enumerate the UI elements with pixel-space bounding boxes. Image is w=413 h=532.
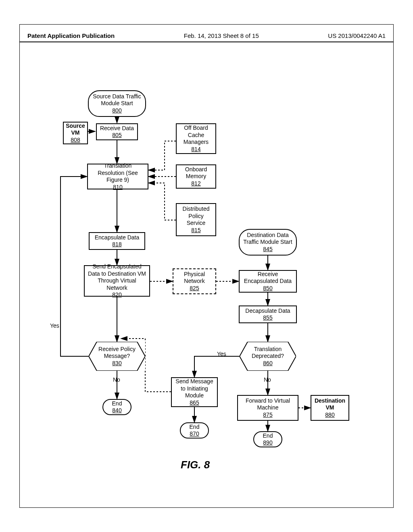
node-send-encap: Send Encapsulated Data to Destination VM…	[84, 265, 150, 297]
node-ref: 870	[190, 430, 199, 438]
header-left: Patent Application Publication	[27, 32, 115, 39]
node-dest-vm: Destination VM 880	[311, 395, 349, 421]
node-ref: 875	[263, 411, 272, 419]
label-no-src: No	[113, 376, 120, 383]
node-ref: 810	[113, 184, 122, 191]
page-header: Patent Application Publication Feb. 14, …	[19, 32, 394, 42]
node-title: Onboard Memory	[179, 166, 213, 180]
label-no-right: No	[264, 376, 271, 383]
diagram-canvas: Source Data Traffic Module Start 800 Sou…	[19, 44, 394, 496]
node-ref: 815	[191, 227, 200, 234]
node-title: Receive Policy Message?	[89, 346, 145, 360]
label-yes-left: Yes	[50, 322, 59, 329]
node-title: Destination VM	[314, 397, 346, 411]
node-send-msg: Send Message to Initiating Module 865	[171, 377, 218, 407]
header-center: Feb. 14, 2013 Sheet 8 of 15	[184, 32, 259, 39]
node-ref: 865	[190, 399, 199, 407]
node-ref: 808	[71, 137, 80, 144]
label-yes-mid: Yes	[217, 351, 226, 357]
node-ref: 840	[112, 407, 121, 414]
node-ref: 890	[263, 439, 272, 447]
node-ref: 830	[89, 360, 145, 367]
node-onboard-memory: Onboard Memory 812	[176, 164, 216, 189]
node-ref: 814	[191, 146, 200, 153]
node-title: Receive Data	[100, 125, 134, 132]
node-ref: 845	[263, 246, 272, 253]
node-title: Send Encapsulated Data to Destination VM…	[87, 263, 147, 291]
node-source-start: Source Data Traffic Module Start 800	[88, 90, 146, 117]
node-dps: Distributed Policy Service 815	[176, 203, 216, 236]
node-receive-data: Receive Data 805	[96, 123, 138, 140]
node-title: Translation Deprecated?	[240, 346, 296, 360]
node-title: Destination Data Traffic Module Start	[242, 232, 294, 246]
node-title: Forward to Virtual Machine	[240, 397, 295, 411]
node-title: Distributed Policy Service	[179, 206, 213, 227]
node-physical-network: Physical Network 825	[173, 268, 216, 294]
node-dest-start: Destination Data Traffic Module Start 84…	[239, 229, 297, 256]
decision-policy-msg: Receive Policy Message? 830	[89, 342, 145, 371]
node-title: Translation Resolution (See Figure 9)	[90, 162, 145, 184]
node-ref: 860	[240, 360, 296, 367]
node-offboard-cache: Off Board Cache Managers 814	[176, 123, 216, 154]
header-right: US 2013/0042240 A1	[328, 32, 386, 39]
node-ref: 850	[263, 285, 272, 292]
node-ref: 820	[112, 291, 121, 299]
node-end-870: End 870	[180, 422, 209, 438]
figure-caption: FIG. 8	[181, 459, 210, 471]
node-title: Send Message to Initiating Module	[174, 378, 215, 399]
node-end-890: End 890	[253, 431, 282, 447]
node-ref: 800	[112, 107, 121, 114]
node-ref: 855	[263, 314, 272, 322]
node-ref: 812	[191, 180, 200, 187]
node-title: Physical Network	[176, 271, 213, 285]
node-title: End	[112, 400, 122, 407]
node-title: Source VM	[66, 123, 85, 137]
node-title: Decapsulate Data	[245, 308, 290, 315]
node-title: Off Board Cache Managers	[179, 125, 213, 146]
node-ref: 805	[112, 132, 121, 139]
node-source-vm: Source VM 808	[63, 122, 88, 144]
node-ref: 880	[325, 411, 334, 419]
node-decapsulate: Decapsulate Data 855	[239, 305, 297, 323]
node-title: Encapsulate Data	[95, 234, 140, 241]
node-recv-encap: Receive Encapsulated Data 850	[239, 270, 297, 293]
node-ref: 825	[190, 285, 199, 292]
node-fwd-vm: Forward to Virtual Machine 875	[237, 395, 298, 421]
decision-deprecated: Translation Deprecated? 860	[240, 342, 296, 371]
node-title: Receive Encapsulated Data	[242, 271, 294, 285]
node-title: Source Data Traffic Module Start	[91, 93, 143, 107]
node-ref: 818	[112, 241, 121, 248]
node-title: End	[190, 424, 200, 431]
node-title: End	[263, 432, 273, 440]
node-encapsulate: Encapsulate Data 818	[89, 232, 145, 250]
node-end-840: End 840	[102, 399, 131, 415]
node-translation-resolution: Translation Resolution (See Figure 9) 81…	[87, 164, 148, 189]
